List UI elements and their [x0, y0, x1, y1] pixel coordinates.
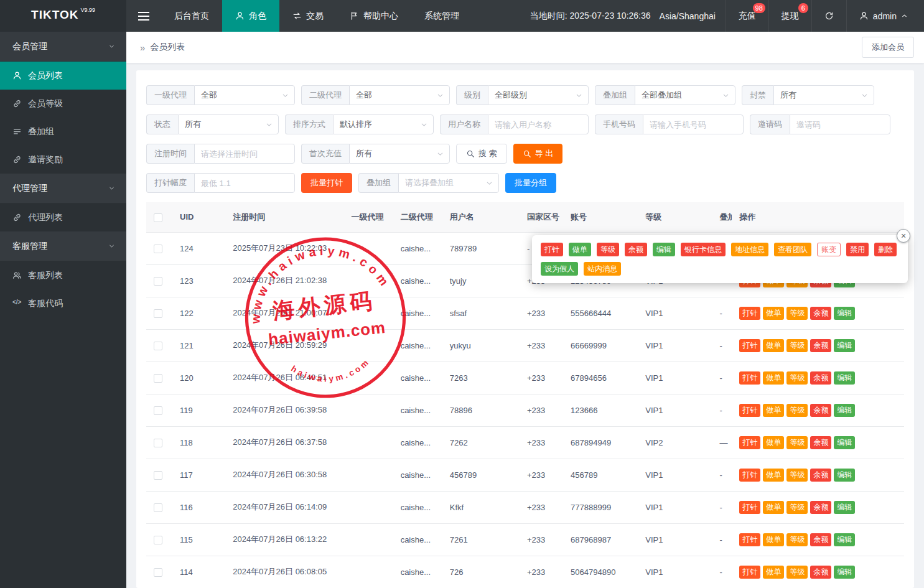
search-button[interactable]: 搜 索 — [456, 144, 507, 164]
sidebar-group-support-management[interactable]: 客服管理 — [0, 231, 126, 261]
balance-button[interactable]: 余额 — [810, 533, 831, 546]
filter-needle-range-input[interactable] — [194, 173, 295, 193]
make-order-button[interactable]: 做单 — [763, 404, 784, 417]
popup-delete-button[interactable]: 删除 — [874, 243, 897, 256]
filter-username-input[interactable] — [488, 114, 589, 134]
make-order-button[interactable]: 做单 — [763, 469, 784, 482]
balance-button[interactable]: 余额 — [810, 501, 831, 514]
popup-make-order-button[interactable]: 做单 — [569, 243, 591, 256]
level-button[interactable]: 等级 — [786, 339, 808, 352]
batch-inject-button[interactable]: 批量打针 — [301, 173, 352, 193]
level-button[interactable]: 等级 — [786, 533, 808, 546]
withdraw-button[interactable]: 提现 6 — [768, 0, 811, 32]
edit-button[interactable]: 编辑 — [834, 501, 855, 514]
add-member-button[interactable]: 添加会员 — [862, 37, 914, 58]
row-checkbox[interactable] — [154, 309, 162, 318]
make-order-button[interactable]: 做单 — [763, 566, 784, 579]
balance-button[interactable]: 余额 — [810, 404, 831, 417]
nav-dashboard[interactable]: 后台首页 — [161, 0, 222, 32]
popup-balance-button[interactable]: 余额 — [625, 243, 647, 256]
sidebar-item-member-levels[interactable]: 会员等级 — [0, 90, 126, 118]
sidebar-item-support-list[interactable]: 客服列表 — [0, 261, 126, 289]
edit-button[interactable]: 编辑 — [834, 371, 855, 385]
edit-button[interactable]: 编辑 — [834, 339, 855, 352]
make-order-button[interactable]: 做单 — [763, 371, 784, 385]
balance-button[interactable]: 余额 — [810, 371, 831, 385]
row-checkbox[interactable] — [154, 277, 162, 286]
popup-site-message-button[interactable]: 站内消息 — [584, 262, 621, 276]
filter-level-select[interactable]: 全部级别 — [488, 85, 589, 105]
edit-button[interactable]: 编辑 — [834, 469, 855, 482]
inject-button[interactable]: 打针 — [739, 371, 760, 385]
filter-primary-agent-select[interactable]: 全部 — [194, 85, 295, 105]
row-checkbox[interactable] — [154, 439, 162, 447]
balance-button[interactable]: 余额 — [810, 339, 831, 352]
hamburger-menu-icon[interactable] — [126, 0, 161, 32]
row-checkbox[interactable] — [154, 568, 162, 577]
popup-level-button[interactable]: 等级 — [597, 243, 619, 256]
edit-button[interactable]: 编辑 — [834, 533, 855, 546]
popup-bank-card-info-button[interactable]: 银行卡信息 — [681, 243, 726, 256]
popup-set-fake-user-button[interactable]: 设为假人 — [541, 262, 578, 276]
sidebar-item-agent-list[interactable]: 代理列表 — [0, 203, 126, 231]
level-button[interactable]: 等级 — [786, 566, 808, 579]
popup-inject-button[interactable]: 打针 — [541, 243, 563, 256]
sidebar-item-invite-rewards[interactable]: 邀请奖励 — [0, 146, 126, 174]
row-checkbox[interactable] — [154, 245, 162, 253]
inject-button[interactable]: 打针 — [739, 533, 760, 546]
nav-roles[interactable]: 角色 — [222, 0, 279, 32]
popup-view-team-button[interactable]: 查看团队 — [774, 243, 811, 256]
balance-button[interactable]: 余额 — [810, 307, 831, 320]
filter-secondary-agent-select[interactable]: 全部 — [349, 85, 450, 105]
export-button[interactable]: 导 出 — [513, 144, 563, 164]
row-checkbox[interactable] — [154, 536, 162, 544]
balance-button[interactable]: 余额 — [810, 469, 831, 482]
recharge-button[interactable]: 充值 98 — [726, 0, 768, 32]
balance-button[interactable]: 余额 — [810, 566, 831, 579]
filter-ban-select[interactable]: 所有 — [773, 85, 874, 105]
inject-button[interactable]: 打针 — [739, 404, 760, 417]
level-button[interactable]: 等级 — [786, 307, 808, 320]
row-checkbox[interactable] — [154, 471, 162, 480]
level-button[interactable]: 等级 — [786, 469, 808, 482]
filter-batch-stack-group-select[interactable]: 请选择叠加组 — [398, 173, 499, 193]
sidebar-item-support-code[interactable]: </>客服代码 — [0, 289, 126, 317]
nav-transactions[interactable]: 交易 — [279, 0, 337, 32]
nav-help-center[interactable]: 帮助中心 — [337, 0, 411, 32]
filter-status-select[interactable]: 所有 — [178, 114, 279, 134]
balance-button[interactable]: 余额 — [810, 436, 831, 449]
edit-button[interactable]: 编辑 — [834, 566, 855, 579]
filter-first-recharge-select[interactable]: 所有 — [349, 144, 450, 164]
inject-button[interactable]: 打针 — [739, 566, 760, 579]
sidebar-group-agent-management[interactable]: 代理管理 — [0, 174, 126, 203]
popup-edit-button[interactable]: 编辑 — [653, 243, 675, 256]
make-order-button[interactable]: 做单 — [763, 501, 784, 514]
row-checkbox[interactable] — [154, 503, 162, 512]
edit-button[interactable]: 编辑 — [834, 404, 855, 417]
select-all-checkbox[interactable] — [154, 213, 162, 222]
filter-register-time-input[interactable] — [194, 144, 295, 164]
make-order-button[interactable]: 做单 — [763, 307, 784, 320]
inject-button[interactable]: 打针 — [739, 469, 760, 482]
popup-address-info-button[interactable]: 地址信息 — [731, 243, 768, 256]
make-order-button[interactable]: 做单 — [763, 436, 784, 449]
level-button[interactable]: 等级 — [786, 404, 808, 417]
level-button[interactable]: 等级 — [786, 501, 808, 514]
row-checkbox[interactable] — [154, 342, 162, 350]
make-order-button[interactable]: 做单 — [763, 339, 784, 352]
make-order-button[interactable]: 做单 — [763, 533, 784, 546]
filter-stack-group-select[interactable]: 全部叠加组 — [635, 85, 735, 105]
inject-button[interactable]: 打针 — [739, 436, 760, 449]
user-menu[interactable]: admin — [846, 0, 924, 32]
refresh-button[interactable] — [811, 0, 846, 32]
inject-button[interactable]: 打针 — [739, 339, 760, 352]
filter-sort-select[interactable]: 默认排序 — [333, 114, 434, 134]
popup-disable-button[interactable]: 禁用 — [846, 243, 869, 256]
sidebar-group-member-management[interactable]: 会员管理 — [0, 32, 126, 62]
nav-system-management[interactable]: 系统管理 — [411, 0, 472, 32]
sidebar-item-member-list[interactable]: 会员列表 — [0, 62, 126, 90]
level-button[interactable]: 等级 — [786, 436, 808, 449]
inject-button[interactable]: 打针 — [739, 307, 760, 320]
edit-button[interactable]: 编辑 — [834, 307, 855, 320]
row-checkbox[interactable] — [154, 374, 162, 383]
